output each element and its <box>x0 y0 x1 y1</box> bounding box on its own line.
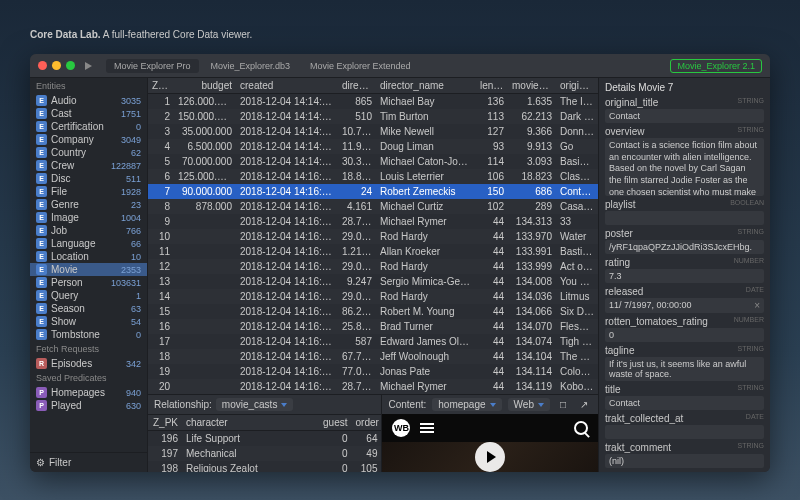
sidebar-item[interactable]: PPlayed630 <box>30 399 147 412</box>
sidebar-item[interactable]: EGenre23 <box>30 198 147 211</box>
entity-icon: E <box>36 186 47 197</box>
entity-icon: E <box>36 147 47 158</box>
detail-field: overviewSTRINGContact is a science ficti… <box>605 126 764 196</box>
table-row[interactable]: 570.000.0002018-12-04 14:14:10030.365Mic… <box>148 154 598 169</box>
detail-field: original_titleSTRINGContact <box>605 97 764 123</box>
table-row[interactable]: 202018-12-04 14:16:30028.741Michael Ryme… <box>148 379 598 394</box>
table-row[interactable]: 132018-12-04 14:16:3109.247Sergio Mimica… <box>148 274 598 289</box>
table-row[interactable]: 162018-12-04 14:16:30025.882Brad Turner4… <box>148 319 598 334</box>
table-row[interactable]: 172018-12-04 14:16:300587Edward James Ol… <box>148 334 598 349</box>
sidebar-item[interactable]: EShow54 <box>30 315 147 328</box>
filter-input[interactable]: ⚙ Filter <box>30 452 147 472</box>
sidebar-item[interactable]: ELanguage66 <box>30 237 147 250</box>
detail-value[interactable]: (nil) <box>605 454 764 468</box>
version-badge: Movie_Explorer 2.1 <box>670 59 762 73</box>
title-tab[interactable]: Movie Explorer Extended <box>302 59 419 73</box>
table-row[interactable]: 192018-12-04 14:16:30077.086Jonas Pate44… <box>148 364 598 379</box>
detail-value[interactable]: Contact <box>605 396 764 410</box>
web-preview: WB <box>382 414 598 472</box>
titlebar: Movie Explorer ProMovie_Explorer.db3Movi… <box>30 54 770 78</box>
table-row[interactable]: 46.500.0002018-12-04 14:14:09011.904Doug… <box>148 139 598 154</box>
entity-icon: E <box>36 316 47 327</box>
sidebar-item[interactable]: ECrew122887 <box>30 159 147 172</box>
detail-value[interactable]: 7.3 <box>605 269 764 283</box>
table-row[interactable]: 8878.0002018-12-04 14:16:3104.161Michael… <box>148 199 598 214</box>
table-row[interactable]: 152018-12-04 14:16:31086.293Robert M. Yo… <box>148 304 598 319</box>
rel-label: Relationship: <box>154 399 212 410</box>
entity-icon: E <box>36 108 47 119</box>
search-icon[interactable] <box>574 421 588 435</box>
table-row[interactable]: 1126.000.0002018-12-04 14:14:070865Micha… <box>148 94 598 109</box>
entity-icon: E <box>36 277 47 288</box>
table-row[interactable]: 335.000.0002018-12-04 14:14:09010.723Mik… <box>148 124 598 139</box>
table-row[interactable]: 6125.000.0002018-12-04 14:16:30018.865Lo… <box>148 169 598 184</box>
detail-value[interactable]: 0 <box>605 328 764 342</box>
detail-field: taglineSTRINGIf it's just us, it seems l… <box>605 345 764 381</box>
sidebar-section: Fetch Requests <box>30 341 147 357</box>
detail-value[interactable]: 11/ 7/1997, 00:00:00× <box>605 298 764 313</box>
relationship-select[interactable]: movie_casts <box>216 398 294 411</box>
sidebar-item[interactable]: ECast1751 <box>30 107 147 120</box>
table-row[interactable]: 790.000.0002018-12-04 14:16:30024Robert … <box>148 184 598 199</box>
entity-icon: E <box>36 238 47 249</box>
title-tab[interactable]: Movie_Explorer.db3 <box>203 59 299 73</box>
detail-field: rotten_tomatoes_ratingNUMBER0 <box>605 316 764 342</box>
table-row[interactable]: 2150.000.0002018-12-04 14:14:080510Tim B… <box>148 109 598 124</box>
hero-bold: Core Data Lab. <box>30 29 101 40</box>
sidebar-item[interactable]: REpisodes342 <box>30 357 147 370</box>
hero-rest: A full-feathered Core Data viewer. <box>101 29 253 40</box>
play-icon[interactable] <box>85 62 92 70</box>
sidebar-item[interactable]: EDisc511 <box>30 172 147 185</box>
entity-icon: E <box>36 134 47 145</box>
detail-value[interactable]: If it's just us, it seems like an awful … <box>605 357 764 381</box>
table-row[interactable]: 92018-12-04 14:16:31028.741Michael Rymer… <box>148 214 598 229</box>
rel-row[interactable]: 196Life Support064 <box>148 431 381 446</box>
table-row[interactable]: 112018-12-04 14:16:3101.215.364Allan Kro… <box>148 244 598 259</box>
minimize-icon[interactable] <box>52 61 61 70</box>
sidebar-item[interactable]: ECountry62 <box>30 146 147 159</box>
sidebar-item[interactable]: PHomepages940 <box>30 386 147 399</box>
content-prev-icon[interactable]: □ <box>556 399 570 410</box>
sidebar-item[interactable]: ELocation10 <box>30 250 147 263</box>
close-icon[interactable] <box>38 61 47 70</box>
sidebar-item[interactable]: EImage1004 <box>30 211 147 224</box>
content-next-icon[interactable]: ↗ <box>576 399 592 410</box>
sidebar-item[interactable]: EAudio3035 <box>30 94 147 107</box>
entity-icon: E <box>36 290 47 301</box>
sidebar-item[interactable]: EPerson103631 <box>30 276 147 289</box>
hamburger-icon[interactable] <box>420 423 434 433</box>
sidebar-item[interactable]: ETombstone0 <box>30 328 147 341</box>
content-select[interactable]: homepage <box>432 398 501 411</box>
entity-icon: E <box>36 329 47 340</box>
entity-icon: E <box>36 160 47 171</box>
rel-row[interactable]: 198Religious Zealot0105 <box>148 461 381 472</box>
table-row[interactable]: 182018-12-04 14:16:30067.758Jeff Woolnou… <box>148 349 598 364</box>
detail-value[interactable]: Contact <box>605 109 764 123</box>
title-tab[interactable]: Movie Explorer Pro <box>106 59 199 73</box>
sidebar-item[interactable]: ECompany3049 <box>30 133 147 146</box>
detail-value[interactable] <box>605 211 764 225</box>
content-type-select[interactable]: Web <box>508 398 550 411</box>
sidebar-item[interactable]: EQuery1 <box>30 289 147 302</box>
detail-value[interactable] <box>605 425 764 439</box>
detail-value[interactable]: Contact is a science fiction film about … <box>605 138 764 196</box>
table-row[interactable]: 122018-12-04 14:16:31029.078Rod Hardy441… <box>148 259 598 274</box>
video-play-button[interactable] <box>475 442 505 472</box>
table-row[interactable]: 102018-12-04 14:16:31029.078Rod Hardy441… <box>148 229 598 244</box>
table-row[interactable]: 142018-12-04 14:16:31029.078Rod Hardy441… <box>148 289 598 304</box>
zoom-icon[interactable] <box>66 61 75 70</box>
detail-value[interactable]: /yRF1qpaQPZzJJiOdRi3SJcxEHbg. <box>605 240 764 254</box>
entity-icon: P <box>36 400 47 411</box>
detail-field: trakt_comment_spoilerBOOLEAN <box>605 471 764 472</box>
sidebar-item[interactable]: ECertification0 <box>30 120 147 133</box>
sidebar-item[interactable]: EJob766 <box>30 224 147 237</box>
entity-icon: E <box>36 303 47 314</box>
rel-row[interactable]: 197Mechanical049 <box>148 446 381 461</box>
sidebar-item[interactable]: EFile1928 <box>30 185 147 198</box>
sidebar-item[interactable]: EMovie2353 <box>30 263 147 276</box>
clear-icon[interactable]: × <box>754 300 760 311</box>
entity-icon: E <box>36 225 47 236</box>
sidebar-item[interactable]: ESeason63 <box>30 302 147 315</box>
entity-icon: R <box>36 358 47 369</box>
entity-icon: E <box>36 212 47 223</box>
